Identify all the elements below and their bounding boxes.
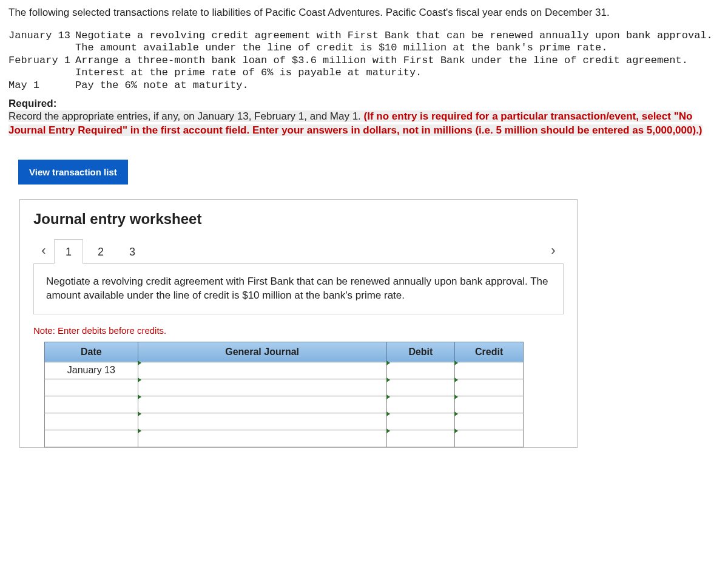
cell-debit[interactable] — [386, 379, 455, 396]
txn-text: Negotiate a revolving credit agreement w… — [75, 30, 720, 55]
cell-credit[interactable] — [455, 396, 524, 413]
table-row — [45, 413, 524, 430]
cell-debit[interactable] — [386, 413, 455, 430]
cell-date[interactable] — [45, 396, 138, 413]
tab-2[interactable]: 2 — [87, 240, 115, 263]
required-label: Required: — [8, 98, 720, 110]
worksheet-tabs: ‹ 1 2 3 › — [33, 239, 564, 264]
txn-text: Pay the 6% note at maturity. — [75, 80, 720, 92]
cell-credit[interactable] — [455, 430, 524, 447]
journal-entry-worksheet: Journal entry worksheet ‹ 1 2 3 › Negoti… — [19, 199, 578, 448]
table-row — [45, 430, 524, 447]
cell-general-journal[interactable] — [138, 362, 386, 379]
txn-date: February 1 — [8, 55, 75, 80]
cell-debit[interactable] — [386, 362, 455, 379]
problem-intro: The following selected transactions rela… — [8, 6, 720, 20]
cell-date[interactable] — [45, 413, 138, 430]
table-row — [45, 396, 524, 413]
transaction-description: Negotiate a revolving credit agreement w… — [33, 264, 564, 314]
cell-debit[interactable] — [386, 430, 455, 447]
chevron-left-icon[interactable]: ‹ — [33, 243, 54, 259]
tab-1[interactable]: 1 — [54, 239, 83, 264]
cell-date[interactable]: January 13 — [45, 362, 138, 379]
cell-debit[interactable] — [386, 396, 455, 413]
required-lead: Record the appropriate entries, if any, … — [8, 110, 364, 122]
tab-3[interactable]: 3 — [118, 240, 146, 263]
col-header-general-journal: General Journal — [138, 342, 386, 362]
cell-credit[interactable] — [455, 413, 524, 430]
cell-credit[interactable] — [455, 362, 524, 379]
col-header-date: Date — [45, 342, 138, 362]
col-header-debit: Debit — [386, 342, 455, 362]
view-transaction-list-button[interactable]: View transaction list — [18, 160, 128, 185]
journal-entry-table: Date General Journal Debit Credit Januar… — [44, 342, 524, 447]
debits-before-credits-note: Note: Enter debits before credits. — [33, 325, 564, 336]
cell-credit[interactable] — [455, 379, 524, 396]
txn-text: Arrange a three-month bank loan of $3.6 … — [75, 55, 720, 80]
table-row — [45, 379, 524, 396]
table-row: January 13 — [45, 362, 524, 379]
cell-general-journal[interactable] — [138, 379, 386, 396]
cell-general-journal[interactable] — [138, 396, 386, 413]
cell-general-journal[interactable] — [138, 413, 386, 430]
txn-date: May 1 — [8, 80, 75, 92]
cell-date[interactable] — [45, 430, 138, 447]
col-header-credit: Credit — [455, 342, 524, 362]
transaction-list: January 13 Negotiate a revolving credit … — [8, 30, 720, 92]
worksheet-title: Journal entry worksheet — [33, 211, 577, 228]
cell-date[interactable] — [45, 379, 138, 396]
cell-general-journal[interactable] — [138, 430, 386, 447]
chevron-right-icon[interactable]: › — [543, 243, 564, 259]
required-text: Record the appropriate entries, if any, … — [8, 110, 720, 138]
txn-date: January 13 — [8, 30, 75, 55]
